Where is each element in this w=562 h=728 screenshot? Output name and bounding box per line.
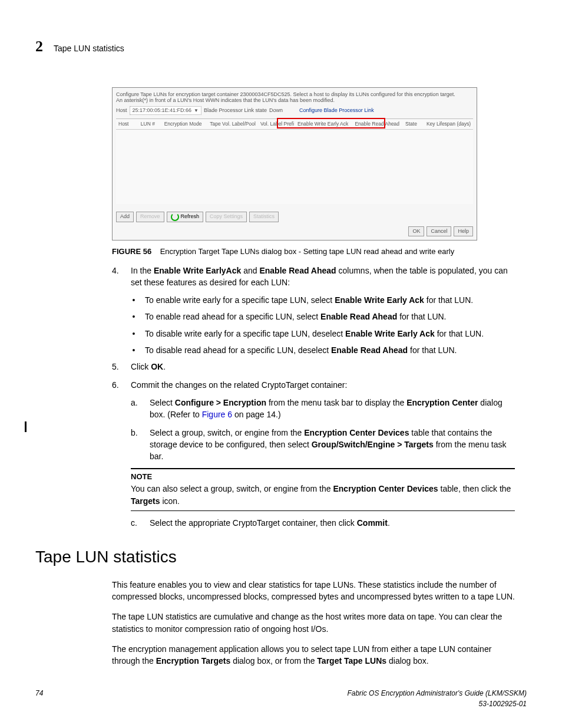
page-number: 74: [35, 689, 43, 709]
step-6: 6. Commit the changes on the related Cry…: [112, 379, 515, 391]
substep-b: b. Select a group, switch, or engine fro…: [112, 427, 515, 463]
lun-table: Host LUN # Encryption Mode Tape Vol. Lab…: [116, 118, 473, 204]
copy-settings-button[interactable]: Copy Settings: [206, 212, 247, 222]
refresh-button[interactable]: Refresh: [167, 212, 204, 222]
statistics-button[interactable]: Statistics: [249, 212, 279, 222]
host-value: 25:17:00:05:1E:41:FD:66: [133, 107, 192, 114]
col-state[interactable]: State: [403, 120, 424, 127]
col-enc-mode[interactable]: Encryption Mode: [162, 120, 208, 127]
note-block: NOTE You can also select a group, switch…: [131, 468, 515, 510]
note-label: NOTE: [131, 472, 515, 483]
footer-docnum: 53-1002925-01: [479, 700, 527, 708]
substep-c: c. Select the appropriate CryptoTarget c…: [112, 517, 515, 529]
ok-button[interactable]: OK: [408, 226, 424, 236]
bullet-enable-write: • To enable write early for a specific t…: [112, 294, 515, 306]
bullet-enable-read: • To enable read ahead for a specific LU…: [112, 311, 515, 322]
page-footer: 74 Fabric OS Encryption Administrator's …: [35, 689, 527, 709]
section-para-1: This feature enables you to view and cle…: [112, 579, 515, 603]
bullet-disable-write: • To disable write early for a specific …: [112, 328, 515, 340]
add-button[interactable]: Add: [116, 212, 134, 222]
blade-state-value: Down: [269, 107, 283, 114]
highlight-box: [277, 118, 385, 129]
host-label: Host: [116, 107, 127, 114]
figure-caption: FIGURE 56 Encryption Target Tape LUNs di…: [112, 246, 515, 258]
dialog-instruction-1: Configure Tape LUNs for encryption targe…: [116, 91, 473, 98]
page-header: 2 Tape LUN statistics: [35, 35, 527, 58]
refresh-icon: [171, 213, 179, 221]
figure-caption-text: Encryption Target Tape LUNs dialog box -…: [160, 247, 455, 256]
col-host[interactable]: Host: [116, 120, 138, 127]
chapter-number: 2: [35, 35, 43, 58]
figure-56-dialog: Configure Tape LUNs for encryption targe…: [112, 87, 477, 241]
section-para-2: The tape LUN statistics are cumulative a…: [112, 611, 515, 635]
running-title: Tape LUN statistics: [54, 42, 124, 54]
bullet-disable-read: • To disable read ahead for a specific L…: [112, 344, 515, 356]
section-heading: Tape LUN statistics: [35, 545, 527, 569]
cancel-button[interactable]: Cancel: [427, 226, 451, 236]
refresh-label: Refresh: [181, 213, 200, 220]
step-4: 4. In the Enable Write EarlyAck and Enab…: [112, 265, 515, 289]
substep-a: a. Select Configure > Encryption from th…: [112, 397, 515, 421]
help-button[interactable]: Help: [454, 226, 473, 236]
figure-label: FIGURE 56: [112, 247, 151, 256]
footer-title: Fabric OS Encryption Administrator's Gui…: [347, 689, 527, 697]
chevron-down-icon: ▼: [194, 107, 199, 114]
configure-blade-link[interactable]: Configure Blade Processor Link: [299, 107, 374, 114]
col-tape-vol[interactable]: Tape Vol. Label/Pool: [207, 120, 258, 127]
col-lun[interactable]: LUN #: [138, 120, 162, 127]
col-key-lifespan[interactable]: Key Lifespan (days): [424, 120, 473, 127]
host-dropdown[interactable]: 25:17:00:05:1E:41:FD:66 ▼: [130, 106, 202, 115]
step-5: 5. Click OK.: [112, 361, 515, 373]
remove-button[interactable]: Remove: [136, 212, 164, 222]
section-para-3: The encryption management application al…: [112, 643, 515, 667]
blade-state-label: Blade Processor Link state: [204, 107, 267, 114]
dialog-instruction-2: An asterisk(*) in front of a LUN's Host …: [116, 97, 473, 104]
figure-6-link[interactable]: Figure 6: [202, 410, 232, 419]
change-bar: [25, 421, 27, 432]
